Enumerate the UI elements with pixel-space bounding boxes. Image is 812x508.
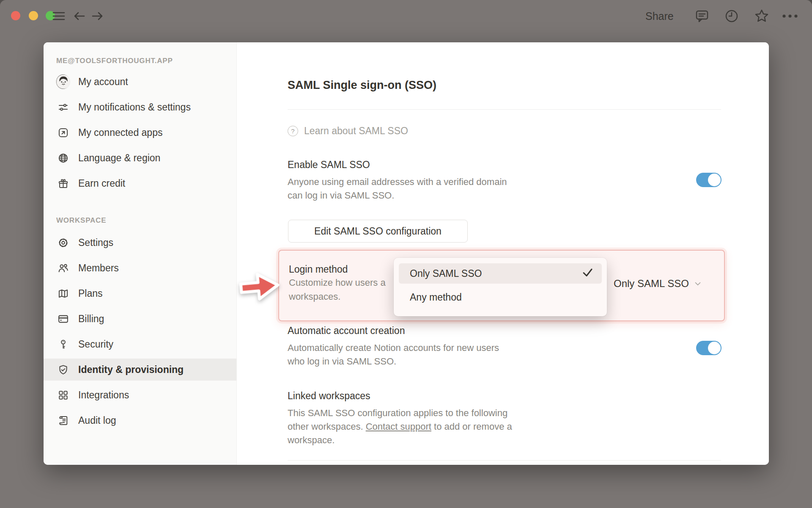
account-email-heading: ME@TOOLSFORTHOUGHT.APP: [56, 57, 173, 65]
grid-icon: [56, 388, 70, 402]
audit-log-icon: [56, 414, 70, 427]
external-link-icon: [56, 126, 70, 139]
sidebar-item-my-notifications-settings[interactable]: My notifications & settings: [44, 96, 236, 118]
settings-content: SAML Single sign-on (SSO) ? Learn about …: [237, 42, 769, 465]
dropdown-option-label: Any method: [410, 292, 593, 303]
sidebar-item-plans[interactable]: Plans: [44, 282, 236, 304]
globe-icon: [56, 151, 70, 165]
sidebar-item-earn-credit[interactable]: Earn credit: [44, 172, 236, 194]
minimize-window-button[interactable]: [29, 11, 38, 20]
workspace-heading: WORKSPACE: [56, 216, 106, 225]
sidebar-item-members[interactable]: Members: [44, 257, 236, 279]
auto-account-heading: Automatic account creation: [288, 325, 405, 337]
sidebar-item-label: Earn credit: [78, 178, 125, 189]
share-button[interactable]: Share: [645, 0, 674, 32]
sidebar-item-label: My notifications & settings: [78, 102, 191, 113]
forward-icon[interactable]: [90, 0, 105, 32]
sidebar-item-settings[interactable]: Settings: [44, 232, 236, 254]
auto-account-toggle[interactable]: [696, 341, 721, 355]
enable-saml-description: Anyone using email addresses with a veri…: [288, 175, 508, 202]
dropdown-option-label: Only SAML SSO: [410, 268, 582, 279]
help-circle-icon: ?: [288, 126, 298, 136]
sidebar-item-label: Plans: [78, 288, 103, 299]
avatar: [56, 75, 70, 88]
page-title: SAML Single sign-on (SSO): [288, 79, 436, 92]
settings-sidebar: ME@TOOLSFORTHOUGHT.APP My accountMy noti…: [44, 42, 237, 465]
red-pointer-arrow: [237, 268, 283, 306]
sidebar-item-label: Settings: [78, 237, 113, 248]
login-method-description-line2: workspaces.: [289, 291, 340, 302]
sliders-icon: [56, 100, 70, 114]
enable-saml-toggle[interactable]: [696, 173, 721, 187]
checkmark-icon: [582, 267, 593, 281]
back-icon[interactable]: [72, 0, 87, 32]
sidebar-item-label: Audit log: [78, 415, 116, 426]
map-icon: [56, 287, 70, 300]
sidebar-item-label: My connected apps: [78, 127, 162, 138]
sidebar-item-my-connected-apps[interactable]: My connected apps: [44, 121, 236, 144]
account-nav-list: My accountMy notifications & settingsMy …: [44, 71, 236, 198]
dropdown-option-only-saml-sso[interactable]: Only SAML SSO: [399, 263, 602, 284]
bottom-divider: [288, 460, 721, 461]
learn-about-saml-link[interactable]: ? Learn about SAML SSO: [288, 125, 408, 137]
sidebar-item-identity-provisioning[interactable]: Identity & provisioning: [44, 359, 236, 381]
chevron-down-icon: [693, 279, 702, 288]
shield-check-icon: [56, 363, 70, 376]
ellipsis-icon[interactable]: [781, 0, 799, 32]
dropdown-option-any-method[interactable]: Any method: [399, 287, 602, 307]
sidebar-item-my-account[interactable]: My account: [44, 71, 236, 93]
sidebar-item-audit-log[interactable]: Audit log: [44, 409, 236, 431]
window: Share ME@TOOLSFORTHOUGHT.APP My accountM…: [0, 0, 812, 508]
linked-workspaces-description: This SAML SSO configuration applies to t…: [288, 406, 519, 447]
comment-icon[interactable]: [693, 0, 711, 32]
contact-support-link[interactable]: Contact support: [366, 421, 431, 432]
sidebar-item-language-region[interactable]: Language & region: [44, 147, 236, 169]
login-method-dropdown-menu: Only SAML SSOAny method: [394, 258, 607, 316]
sidebar-item-label: Security: [78, 339, 113, 350]
credit-card-icon: [56, 312, 70, 326]
sidebar-item-label: Billing: [78, 313, 104, 325]
user-avatar: [56, 75, 70, 89]
auto-account-description: Automatically create Notion accounts for…: [288, 341, 503, 368]
close-window-button[interactable]: [11, 11, 20, 20]
star-icon[interactable]: [752, 0, 771, 32]
key-icon: [56, 337, 70, 351]
enable-saml-heading: Enable SAML SSO: [288, 159, 370, 171]
login-method-heading: Login method: [289, 264, 348, 275]
login-method-selected-value: Only SAML SSO: [614, 278, 689, 290]
linked-workspaces-heading: Linked workspaces: [288, 390, 370, 402]
sidebar-item-label: Identity & provisioning: [78, 364, 184, 375]
title-divider: [288, 109, 721, 110]
sidebar-item-integrations[interactable]: Integrations: [44, 384, 236, 406]
toggle-knob: [708, 174, 721, 186]
sidebar-item-label: Members: [78, 262, 119, 274]
toggle-knob: [708, 342, 721, 354]
edit-saml-config-button[interactable]: Edit SAML SSO configuration: [288, 220, 468, 243]
sidebar-item-security[interactable]: Security: [44, 333, 236, 355]
workspace-nav-list: SettingsMembersPlansBillingSecurityIdent…: [44, 232, 236, 435]
login-method-select[interactable]: Only SAML SSO: [614, 278, 702, 290]
sidebar-item-label: My account: [78, 76, 128, 88]
gear-icon: [56, 236, 70, 249]
members-icon: [56, 261, 70, 275]
hamburger-menu-icon[interactable]: [51, 0, 66, 32]
learn-link-label: Learn about SAML SSO: [304, 125, 408, 137]
sidebar-item-billing[interactable]: Billing: [44, 308, 236, 330]
clock-icon[interactable]: [722, 0, 741, 32]
sidebar-item-label: Integrations: [78, 389, 129, 401]
login-method-description-line1: Customize how users a: [289, 277, 386, 288]
settings-dialog: ME@TOOLSFORTHOUGHT.APP My accountMy noti…: [44, 42, 769, 465]
titlebar: Share: [0, 0, 812, 32]
gift-icon: [56, 177, 70, 190]
sidebar-item-label: Language & region: [78, 152, 160, 164]
